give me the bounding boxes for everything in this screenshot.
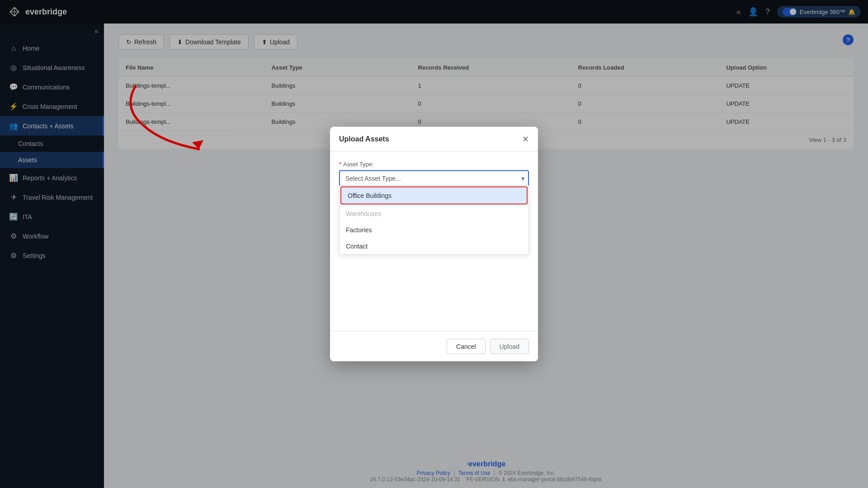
asset-type-select[interactable]: Select Asset Type... Office Buildings Wa… [339,170,529,187]
asset-type-select-wrapper: Select Asset Type... Office Buildings Wa… [339,170,529,187]
cancel-button[interactable]: Cancel [447,339,486,354]
dropdown-item-factories[interactable]: Factories [340,222,528,238]
modal-body: * Asset Type: Select Asset Type... Offic… [330,152,538,196]
modal-close-button[interactable]: ✕ [522,134,529,144]
upload-submit-button[interactable]: Upload [490,339,529,354]
upload-assets-modal: Upload Assets ✕ * Asset Type: Select Ass… [330,127,538,361]
dropdown-item-contact[interactable]: Contact [340,238,528,254]
label-text: Asset Type: [343,161,374,168]
dropdown-item-office-buildings[interactable]: Office Buildings [340,187,528,205]
modal-footer: Cancel Upload [330,331,538,361]
modal-header: Upload Assets ✕ [330,127,538,152]
modal-title: Upload Assets [339,135,389,143]
required-star: * [339,161,341,168]
dropdown-item-warehouses[interactable]: Warehouses [340,206,528,222]
asset-type-label: * Asset Type: [339,161,529,168]
dropdown-list: Office Buildings Warehouses Factories Co… [339,186,529,255]
